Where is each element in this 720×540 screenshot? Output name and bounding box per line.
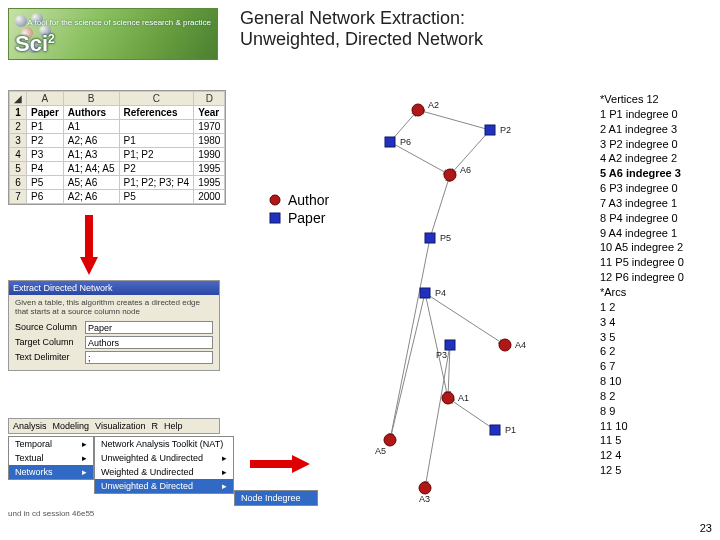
svg-text:A5: A5: [375, 446, 386, 456]
svg-text:P3: P3: [436, 350, 447, 360]
svg-line-9: [390, 238, 430, 440]
corner-cell: ◢: [10, 92, 27, 106]
source-column-label: Source Column: [15, 322, 85, 332]
svg-text:P5: P5: [440, 233, 451, 243]
menu-r[interactable]: R: [151, 421, 158, 431]
svg-text:P4: P4: [435, 288, 446, 298]
svg-text:A2: A2: [428, 100, 439, 110]
target-column-field[interactable]: Authors: [85, 336, 213, 349]
svg-rect-26: [490, 425, 500, 435]
svg-line-15: [448, 398, 495, 430]
col-D: D: [194, 92, 225, 106]
svg-text:P1: P1: [505, 425, 516, 435]
svg-point-30: [444, 169, 456, 181]
menu-bar[interactable]: Analysis Modeling Visualization R Help: [8, 418, 220, 434]
dialog-description: Given a table, this algorithm creates a …: [15, 299, 213, 317]
logo-tagline: A tool for the science of science resear…: [27, 19, 211, 28]
menu-panel-2: Network Analysis Toolkit (NAT) Unweighte…: [94, 436, 234, 494]
svg-line-8: [430, 175, 450, 238]
logo-text: Sci2: [15, 31, 55, 57]
menu-modeling[interactable]: Modeling: [53, 421, 90, 431]
menu-help[interactable]: Help: [164, 421, 183, 431]
svg-point-28: [412, 104, 424, 116]
vertices-list: *Vertices 12 1 P1 indegree 0 2 A1 indegr…: [600, 92, 684, 478]
menu-panel-3: Node Indegree: [234, 490, 318, 506]
menu-visualization[interactable]: Visualization: [95, 421, 145, 431]
menu-analysis[interactable]: Analysis: [13, 421, 47, 431]
svg-point-34: [442, 392, 454, 404]
svg-point-36: [384, 434, 396, 446]
col-B: B: [63, 92, 119, 106]
author-legend-icon: [268, 193, 282, 207]
svg-rect-24: [445, 340, 455, 350]
menu1-temporal[interactable]: Temporal▸: [9, 437, 93, 451]
svg-text:A1: A1: [458, 393, 469, 403]
svg-text:P2: P2: [500, 125, 511, 135]
svg-point-38: [419, 482, 431, 494]
author-legend-label: Author: [288, 192, 329, 208]
delimiter-label: Text Delimiter: [15, 352, 85, 362]
arrow-right-icon: [250, 455, 310, 473]
source-column-field[interactable]: Paper: [85, 321, 213, 334]
paper-legend-icon: [268, 211, 282, 225]
svg-line-5: [390, 142, 450, 175]
page-number: 23: [700, 522, 712, 534]
paper-legend-label: Paper: [288, 210, 325, 226]
svg-rect-20: [425, 233, 435, 243]
dialog-title: Extract Directed Network: [9, 281, 219, 295]
menu2-wu[interactable]: Weighted & Undirected▸: [95, 465, 233, 479]
extract-dialog: Extract Directed Network Given a table, …: [8, 280, 220, 371]
network-graph: P2P6P5P4P3P1A2A6A4A1A5A3: [330, 90, 590, 510]
svg-text:A6: A6: [460, 165, 471, 175]
data-table: ◢ A B C D 1 Paper Authors References Yea…: [8, 90, 226, 205]
svg-line-11: [390, 293, 425, 440]
menu1-networks[interactable]: Networks▸: [9, 465, 93, 479]
menu2-nat[interactable]: Network Analysis Toolkit (NAT): [95, 437, 233, 451]
svg-rect-3: [270, 213, 280, 223]
menu1-textual[interactable]: Textual▸: [9, 451, 93, 465]
svg-text:A4: A4: [515, 340, 526, 350]
svg-line-14: [425, 345, 450, 488]
svg-point-2: [270, 195, 280, 205]
svg-line-10: [425, 293, 505, 345]
svg-text:A3: A3: [419, 494, 430, 504]
col-C: C: [119, 92, 194, 106]
sci2-logo: Sci2 A tool for the science of science r…: [8, 8, 218, 60]
slide-title: General Network Extraction: Unweighted, …: [240, 8, 483, 50]
svg-rect-18: [385, 137, 395, 147]
status-fragment: und in cd session 46e55: [8, 510, 94, 519]
svg-line-6: [418, 110, 490, 130]
svg-rect-22: [420, 288, 430, 298]
menu2-uu[interactable]: Unweighted & Undirected▸: [95, 451, 233, 465]
menu2-ud[interactable]: Unweighted & Directed▸: [95, 479, 233, 493]
menu-panel-1: Temporal▸ Textual▸ Networks▸: [8, 436, 94, 480]
target-column-label: Target Column: [15, 337, 85, 347]
svg-rect-16: [485, 125, 495, 135]
col-A: A: [27, 92, 64, 106]
graph-legend: Author Paper: [268, 190, 329, 228]
menu3-indegree[interactable]: Node Indegree: [235, 491, 317, 505]
delimiter-field[interactable]: ;: [85, 351, 213, 364]
arrow-down-icon: [80, 215, 98, 275]
svg-point-32: [499, 339, 511, 351]
svg-text:P6: P6: [400, 137, 411, 147]
